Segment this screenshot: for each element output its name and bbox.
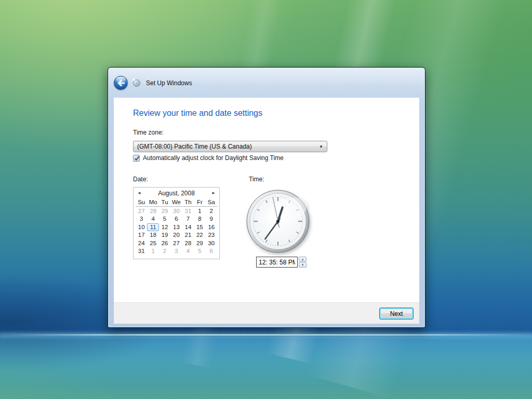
calendar-header: ◄ August, 2008 ► <box>134 188 219 199</box>
window-title: Set Up Windows <box>146 79 192 87</box>
calendar-day[interactable]: 10 <box>136 223 147 231</box>
calendar-day[interactable]: 23 <box>206 231 217 239</box>
chevron-down-icon: ▼ <box>319 144 323 149</box>
calendar-day-header: Tu <box>159 199 170 205</box>
calendar-day[interactable]: 22 <box>194 231 205 239</box>
calendar-day[interactable]: 31 <box>136 247 147 255</box>
calendar-day[interactable]: 3 <box>170 247 182 255</box>
time-label: Time: <box>249 176 264 183</box>
time-spinner: ▲ ▼ <box>299 257 307 268</box>
calendar-day[interactable]: 1 <box>194 207 205 215</box>
timezone-dropdown[interactable]: (GMT-08:00) Pacific Time (US & Canada) ▼ <box>133 141 327 152</box>
calendar-day[interactable]: 28 <box>147 207 158 215</box>
calendar-prev-icon[interactable]: ◄ <box>135 190 143 197</box>
calendar-day[interactable]: 16 <box>206 223 217 231</box>
calendar-day-header: Sa <box>206 199 217 205</box>
calendar-day[interactable]: 4 <box>182 247 194 255</box>
calendar-day-header: We <box>170 199 182 205</box>
spinner-down-icon[interactable]: ▼ <box>299 262 307 268</box>
timezone-label: Time zone: <box>133 129 164 136</box>
calendar-day[interactable]: 24 <box>136 240 147 247</box>
calendar-month-year: August, 2008 <box>158 190 195 197</box>
calendar-day[interactable]: 29 <box>159 207 170 215</box>
back-arrow-icon <box>117 80 125 86</box>
calendar-day-header: Su <box>136 199 147 205</box>
calendar-day[interactable]: 14 <box>182 223 194 231</box>
calendar-day[interactable]: 3 <box>136 215 147 223</box>
back-button[interactable] <box>114 76 128 90</box>
calendar-day[interactable]: 6 <box>170 215 182 223</box>
footer-bar: Next <box>114 302 419 324</box>
calendar-day[interactable]: 18 <box>147 231 158 239</box>
dst-checkbox-label: Automatically adjust clock for Daylight … <box>143 154 284 162</box>
calendar-day[interactable]: 2 <box>159 247 170 255</box>
date-label: Date: <box>133 176 148 183</box>
calendar-day[interactable]: 2 <box>206 207 217 215</box>
calendar-day[interactable]: 17 <box>136 231 147 239</box>
dst-checkbox-row[interactable]: Automatically adjust clock for Daylight … <box>133 154 284 162</box>
timezone-selected-value: (GMT-08:00) Pacific Time (US & Canada) <box>137 143 252 150</box>
titlebar: Set Up Windows <box>109 68 424 98</box>
calendar-day[interactable]: 5 <box>159 215 170 223</box>
calendar-day-headers: SuMoTuWeThFrSa <box>136 199 217 207</box>
calendar-day[interactable]: 27 <box>136 207 147 215</box>
calendar-day[interactable]: 8 <box>194 215 205 223</box>
calendar-grid: 2728293031123456789101112131415161718192… <box>136 207 217 255</box>
calendar-day[interactable]: 9 <box>206 215 217 223</box>
setup-windows-icon <box>132 78 141 87</box>
setup-window: Set Up Windows Review your time and date… <box>108 67 425 328</box>
calendar-day[interactable]: 31 <box>182 207 194 215</box>
calendar-day[interactable]: 7 <box>182 215 194 223</box>
calendar-day[interactable]: 1 <box>147 247 158 255</box>
time-input[interactable] <box>256 257 298 268</box>
calendar-day[interactable]: 19 <box>159 231 170 239</box>
dst-checkbox[interactable] <box>133 155 140 162</box>
next-button[interactable]: Next <box>379 308 414 320</box>
calendar-day-header: Fr <box>194 199 205 205</box>
calendar-day-header: Mo <box>147 199 158 205</box>
calendar-day[interactable]: 30 <box>206 240 217 247</box>
calendar-day[interactable]: 12 <box>159 223 170 231</box>
calendar-day[interactable]: 26 <box>159 240 170 247</box>
calendar-day[interactable]: 13 <box>170 223 182 231</box>
analog-clock <box>245 188 311 255</box>
calendar: ◄ August, 2008 ► SuMoTuWeThFrSa 27282930… <box>133 187 220 259</box>
calendar-day[interactable]: 6 <box>206 247 217 255</box>
calendar-day-header: Th <box>182 199 194 205</box>
content-area: Review your time and date settings Time … <box>114 98 419 302</box>
calendar-day[interactable]: 25 <box>147 240 158 247</box>
calendar-day[interactable]: 29 <box>194 240 205 247</box>
calendar-day[interactable]: 20 <box>170 231 182 239</box>
calendar-day[interactable]: 21 <box>182 231 194 239</box>
time-editor: ▲ ▼ <box>256 257 307 268</box>
spinner-up-icon[interactable]: ▲ <box>299 257 307 262</box>
calendar-day[interactable]: 15 <box>194 223 205 231</box>
calendar-next-icon[interactable]: ► <box>209 190 218 197</box>
clock-center-cap <box>276 220 280 223</box>
page-title: Review your time and date settings <box>133 109 262 118</box>
calendar-day[interactable]: 27 <box>170 240 182 247</box>
calendar-day[interactable]: 30 <box>170 207 182 215</box>
calendar-day[interactable]: 28 <box>182 240 194 247</box>
calendar-day[interactable]: 4 <box>147 215 158 223</box>
calendar-day[interactable]: 11 <box>147 223 158 231</box>
checkmark-icon <box>134 155 140 162</box>
calendar-day[interactable]: 5 <box>194 247 205 255</box>
